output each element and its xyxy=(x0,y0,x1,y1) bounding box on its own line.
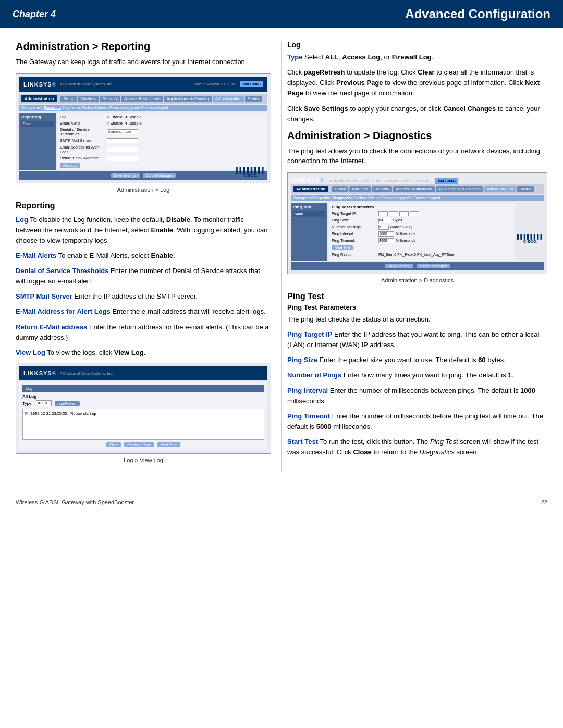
ping-size-input[interactable]: 64 xyxy=(378,218,391,223)
log-enable: ○ Enable xyxy=(107,115,123,119)
cancel-changes-btn[interactable]: Cancel Changes xyxy=(143,173,176,178)
clear-btn[interactable]: Clear xyxy=(106,442,121,447)
view-log-button[interactable]: View Log xyxy=(60,163,80,168)
para-num-pings: Number of Pings Enter how many times you… xyxy=(287,370,547,380)
screenshot1-footer: Save Settings Cancel Changes xyxy=(19,171,267,180)
sub-tab-logout: Firmware Logout xyxy=(141,106,168,110)
ping-interval-input[interactable]: 1000 xyxy=(378,231,394,237)
denial-term: Denial of Service Thresholds xyxy=(16,267,108,275)
ping-timeout-input[interactable]: 4000 xyxy=(378,238,394,243)
cisco-logo: ▌▌▌▌▌▌▌▌ CISCO. xyxy=(236,167,265,178)
admin-reporting-title: Administration > Reporting xyxy=(16,41,271,53)
type-select[interactable]: ALL ▾ xyxy=(36,400,52,406)
diag-linksys-logo: LINKSYS® xyxy=(291,177,324,183)
diag-sub-nav: Management Reporting Diagnostics Factory… xyxy=(291,195,544,201)
return-email-label: Return Email Address: xyxy=(60,156,107,161)
diag-cisco-bars-icon: ▌▌▌▌▌▌▌▌ xyxy=(517,234,544,239)
para-type: Type Select ALL, Access Log, or Firewall… xyxy=(287,52,547,63)
ping-size-label2: Ping Size: xyxy=(332,218,378,223)
return-input xyxy=(107,156,138,161)
start-test-button[interactable]: Start Test xyxy=(332,245,353,250)
diag-sub-mgmt: Management xyxy=(293,196,314,200)
ip4[interactable] xyxy=(410,211,419,216)
ip2[interactable] xyxy=(389,211,398,216)
diag-apps-tab: Applications & Gaming xyxy=(436,186,483,192)
diag-model: WAG54G xyxy=(435,178,458,184)
ping-size-default: 60 xyxy=(478,356,485,364)
diag-save-btn[interactable]: Save Settings xyxy=(385,264,413,268)
ping-result-value: Pkt_Sent:0 Pkt_Recv:0 Pkt_Lost_Avg_RTTim… xyxy=(378,253,455,256)
num-pings-row: Number of Pings: 5 (Range 1-100) xyxy=(332,225,513,230)
ip1[interactable] xyxy=(378,211,388,216)
ping-result-label: Ping Result: xyxy=(332,252,378,257)
firmware-version: Firmware Version: V1.00.4S xyxy=(191,82,236,86)
ping-timeout-default: 5000 xyxy=(316,423,332,430)
ping-target-label: Ping Target IP: xyxy=(332,211,378,216)
log-screenshot-caption: Log > View Log xyxy=(16,457,271,463)
cisco-bars-icon: ▌▌▌▌▌▌▌▌ xyxy=(236,167,265,173)
pagerefresh-btn[interactable]: pageRefresh xyxy=(55,401,80,406)
ping-interval-term: Ping Interval xyxy=(287,387,328,394)
nav-tab-apps: Applications & Gaming xyxy=(164,96,212,102)
pagerefresh-text5: to view the next page of information. xyxy=(303,89,414,97)
log-radio: ○ Enable ● Disable xyxy=(107,115,142,119)
ip3[interactable] xyxy=(399,211,409,216)
log-title-bar: Log xyxy=(22,385,264,392)
admin-reporting-intro: The Gateway can keep logs of traffic and… xyxy=(16,57,271,67)
view-log-bold: View Log xyxy=(114,349,144,356)
email-alerts-label: Email Alerts: xyxy=(60,121,107,126)
diag-header: LINKSYS® A Division of Cisco Systems, In… xyxy=(291,176,544,184)
log-disable-bold: Disable xyxy=(166,216,190,224)
sub-tab-reporting: Reporting xyxy=(44,106,61,110)
nav-tab-status: Status xyxy=(245,96,262,102)
model-badge: WAG54G xyxy=(240,81,263,87)
start-test-container: Start Test xyxy=(332,245,513,250)
para-start-test: Start Test To run the test, click this b… xyxy=(287,437,547,458)
log-type-row: Type: ALL ▾ pageRefresh xyxy=(22,400,264,406)
access-log-bold: Access Log xyxy=(342,53,380,61)
log-term: Log xyxy=(16,216,28,224)
ping-test-params-title: Ping Test Parameters xyxy=(332,205,513,209)
sidebar-label: Reporting xyxy=(21,115,54,119)
para-pagerefresh: Click pageRefresh to update the log. Cli… xyxy=(287,67,547,98)
ping-result-row: Ping Result: Pkt_Sent:0 Pkt_Recv:0 Pkt_L… xyxy=(332,252,513,257)
diag-sub-diag: Diagnostics xyxy=(332,196,353,200)
all-log-heading: All Log xyxy=(22,394,264,399)
type-text3: , or xyxy=(380,53,391,61)
diag-body: Ping Test Save Ping Test Parameters Ping… xyxy=(291,203,544,261)
diag-wireless-tab: Wireless xyxy=(349,186,371,192)
para-save-settings: Click Save Settings to apply your change… xyxy=(287,104,547,125)
previous-page-btn[interactable]: Previous Page xyxy=(124,442,154,447)
sub-tab-diag: Diagnostics xyxy=(62,106,81,110)
chapter-label: Chapter 4 xyxy=(13,9,56,20)
email-address-text: Enter the e-mail address that will recei… xyxy=(112,307,265,315)
diag-cancel-btn[interactable]: Cancel Changes xyxy=(417,264,450,268)
page-number: 22 xyxy=(541,499,547,505)
save-settings-btn[interactable]: Save Settings xyxy=(111,173,140,178)
denial-label: Denial of Service Thresholds: xyxy=(60,127,107,137)
email-alerts-row: Email Alerts: ○ Enable ● Disable xyxy=(60,121,265,126)
ping-timeout-label2: Ping Timeout: xyxy=(332,238,378,243)
ping-size-text2: bytes. xyxy=(486,356,506,364)
email-alerts-text: To enable E-Mail Alerts, select xyxy=(58,252,151,260)
nav-bar: Administration Setup Wireless Security A… xyxy=(19,94,267,104)
ping-interval-row: Ping Interval: 1000 Milliseconds xyxy=(332,231,513,237)
smtp-row: SMTP Mail Server: xyxy=(60,138,265,143)
num-pings-input[interactable]: 5 xyxy=(378,225,389,230)
log-view-screenshot: LINKSYS® A Division of Cisco Systems, In… xyxy=(16,363,271,454)
admin-diagnostics-title: Administration > Diagnostics xyxy=(287,130,547,142)
ping-target-term: Ping Target IP xyxy=(287,330,332,338)
log-screenshot-header: LINKSYS® A Division of Cisco Systems, In… xyxy=(19,366,267,380)
log-info-title: Log xyxy=(287,41,547,49)
diag-status-tab: Status xyxy=(517,186,534,192)
diag-cisco-logo: ▌▌▌▌▌▌▌▌ CISCO. xyxy=(517,234,544,244)
email-alerts-term: E-Mail Alerts xyxy=(16,252,56,260)
sub-tab-firmware: Firmware Upgrade xyxy=(109,106,140,110)
save-text2: to apply your changes, or click xyxy=(348,105,443,113)
pagerefresh-text2: to update the log. Click xyxy=(345,68,418,76)
screenshot-body: Reporting Save Log: ○ Enable ● Disable E… xyxy=(19,113,267,170)
next-page-btn[interactable]: Next Page xyxy=(157,442,181,447)
ping-size-row: Ping Size: 64 Bytes xyxy=(332,218,513,223)
num-pings-term: Number of Pings xyxy=(287,371,341,379)
diagnostics-caption: Administration > Diagnostics xyxy=(287,277,547,283)
